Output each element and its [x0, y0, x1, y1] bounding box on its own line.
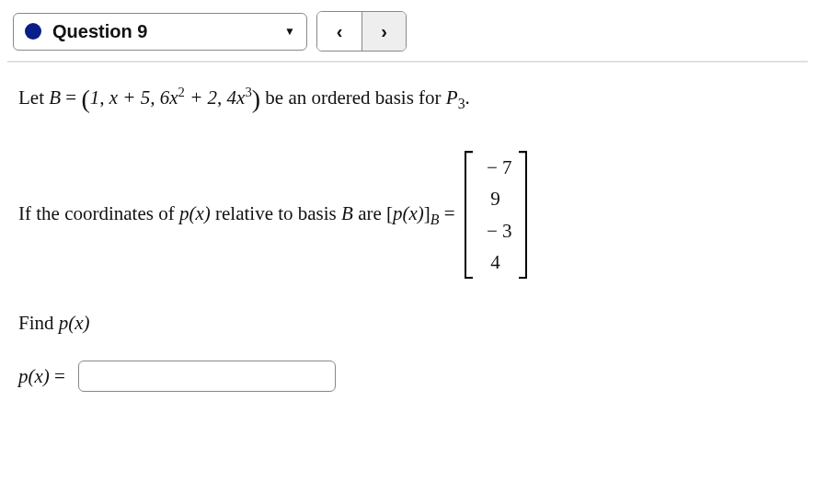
var-p-of-x: p(x): [179, 202, 211, 224]
answer-input[interactable]: [78, 361, 336, 392]
exp-2: 2: [178, 85, 185, 99]
var-P: P: [446, 86, 458, 109]
text-coords-mid: relative to basis: [211, 202, 341, 224]
vector-column: − 7 9 − 3 4: [474, 151, 518, 279]
text-eq: =: [61, 86, 81, 109]
vector-entry-1: 9: [479, 186, 512, 212]
exp-3: 3: [245, 85, 251, 99]
next-button[interactable]: ›: [362, 12, 406, 51]
vector-entry-0: − 7: [479, 155, 512, 180]
chevron-right-icon: ›: [381, 21, 387, 42]
var-B: B: [49, 86, 61, 109]
var-p-of-x-4: p(x): [18, 365, 50, 387]
find-line: Find p(x): [18, 312, 797, 335]
question-selector[interactable]: Question 9 ▼: [13, 13, 307, 51]
paren-open: (: [81, 85, 89, 113]
text-coords-prefix: If the coordinates of: [18, 202, 179, 224]
basis-definition-line: Let B = (1, x + 5, 6x2 + 2, 4x3) be an o…: [18, 85, 797, 114]
coordinate-vector: − 7 9 − 3 4: [465, 151, 527, 279]
question-content: Let B = (1, x + 5, 6x2 + 2, 4x3) be an o…: [7, 63, 808, 403]
answer-label: p(x) =: [18, 365, 65, 388]
status-dot-icon: [25, 23, 41, 40]
vector-entry-2: − 3: [479, 218, 512, 244]
vector-entry-3: 4: [479, 249, 512, 275]
right-bracket-icon: [518, 151, 527, 279]
coordinates-line: If the coordinates of p(x) relative to b…: [18, 151, 797, 279]
text-find: Find: [18, 312, 59, 334]
var-p-of-x-2: p(x): [393, 202, 424, 224]
question-selector-left: Question 9: [25, 21, 147, 42]
paren-close: ): [252, 85, 260, 113]
text-period: .: [465, 86, 470, 109]
sub-B: B: [430, 212, 440, 227]
chevron-down-icon: ▼: [284, 25, 295, 38]
chevron-left-icon: ‹: [337, 21, 343, 42]
answer-row: p(x) =: [18, 361, 797, 392]
var-p-of-x-3: p(x): [59, 312, 90, 334]
coords-text: If the coordinates of p(x) relative to b…: [18, 202, 455, 228]
bracket-open: [: [386, 202, 393, 224]
nav-group: ‹ ›: [316, 11, 407, 52]
sub-3: 3: [458, 96, 465, 111]
basis-terms-1: 1, x + 5, 6x: [90, 86, 178, 109]
text-suffix: be an ordered basis for: [260, 86, 446, 109]
bracket-close: ]: [424, 202, 430, 224]
left-bracket-icon: [465, 151, 474, 279]
question-label: Question 9: [52, 21, 147, 42]
var-B-2: B: [341, 202, 353, 224]
text-coords-mid2: are: [353, 202, 386, 224]
text-eq-2: =: [439, 202, 454, 224]
toolbar: Question 9 ▼ ‹ ›: [7, 7, 808, 63]
basis-terms-2: + 2, 4x: [185, 86, 246, 109]
text-let: Let: [18, 86, 49, 109]
prev-button[interactable]: ‹: [317, 12, 362, 51]
